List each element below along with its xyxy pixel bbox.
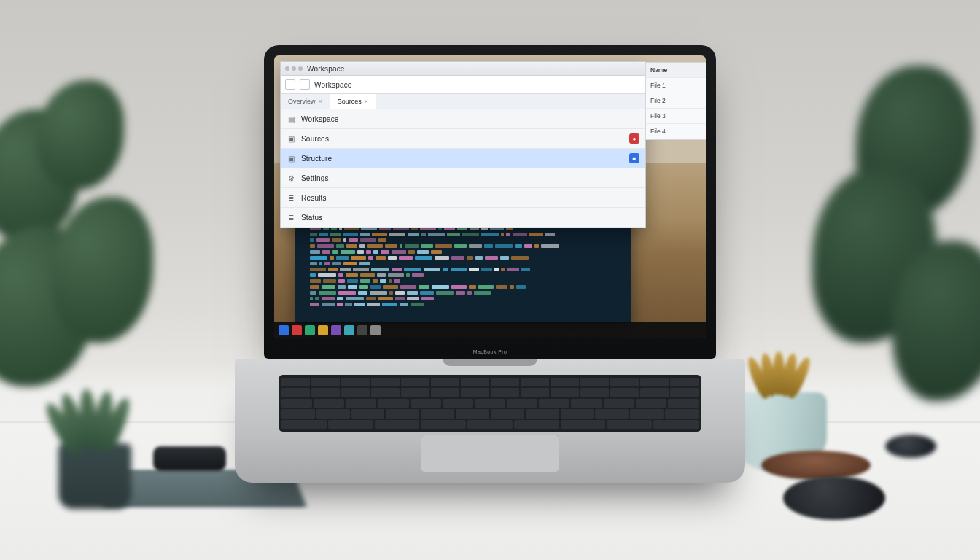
list-item[interactable]: ≣Results <box>281 188 645 208</box>
side-panel: NameSizeFile 13.1 KFile 21.8 KFile 33.1 … <box>645 62 706 140</box>
keyboard[interactable] <box>279 375 701 432</box>
list-item[interactable]: ▤Workspace <box>281 109 645 129</box>
side-panel-header: NameSize <box>646 63 706 78</box>
side-panel-row[interactable]: File 43.1 K <box>646 124 706 139</box>
accessory-puck <box>885 435 936 458</box>
col-header: Name <box>650 66 667 74</box>
laptop-lid: Workspace Workspace Overview×Sources× ▤W… <box>264 45 716 359</box>
close-icon[interactable]: × <box>365 98 368 105</box>
close-icon[interactable]: × <box>319 98 322 105</box>
list: ▤Workspace▣Sources●▣Structure■⚙Settings≣… <box>281 109 645 228</box>
side-panel-row[interactable]: File 21.8 K <box>646 93 706 109</box>
cell: File 1 <box>650 82 666 89</box>
tab-label: Overview <box>288 98 316 105</box>
taskbar-item[interactable] <box>344 325 354 335</box>
gear-icon: ⚙ <box>287 174 295 182</box>
taskbar-item[interactable] <box>305 325 315 335</box>
list-item-label: Status <box>301 214 323 222</box>
breadcrumb: Workspace <box>314 81 352 89</box>
side-panel-row[interactable]: File 13.1 K <box>646 78 706 93</box>
forward-button[interactable] <box>300 79 310 90</box>
cell: File 2 <box>650 97 666 104</box>
taskbar-item[interactable] <box>292 325 302 335</box>
tab-bar: Overview×Sources× <box>281 94 645 109</box>
phone <box>153 446 226 471</box>
taskbar-item[interactable] <box>331 325 341 335</box>
status-badge: ■ <box>629 153 639 163</box>
list-item-label: Results <box>301 194 327 202</box>
taskbar-item[interactable] <box>357 325 368 335</box>
list-item-label: Sources <box>301 135 329 143</box>
folder-icon: ▣ <box>287 134 295 143</box>
status-badge: ● <box>629 133 639 144</box>
list-item[interactable]: ▣Sources● <box>281 129 645 149</box>
list-item[interactable]: ▣Structure■ <box>281 149 645 168</box>
scene-photo: Workspace Workspace Overview×Sources× ▤W… <box>0 0 980 560</box>
trackpad[interactable] <box>421 435 559 472</box>
plant-right <box>812 51 980 459</box>
document-icon: ▤ <box>287 114 295 123</box>
laptop-model-label: MacBook Pro <box>473 349 508 354</box>
window-title: Workspace <box>307 65 345 73</box>
window-controls[interactable] <box>285 66 303 71</box>
toolbar: Workspace <box>281 76 645 94</box>
list-item-label: Workspace <box>301 115 339 123</box>
cell: File 3 <box>650 112 666 120</box>
taskbar-item[interactable] <box>318 325 328 335</box>
laptop-screen: Workspace Workspace Overview×Sources× ▤W… <box>274 55 706 338</box>
side-panel-row[interactable]: File 33.1 K <box>646 109 706 124</box>
window-titlebar[interactable]: Workspace <box>281 62 645 76</box>
folder-icon: ▣ <box>287 154 295 163</box>
list-item-label: Settings <box>301 174 329 182</box>
list-icon: ≣ <box>287 213 295 222</box>
list-item[interactable]: ≣Status <box>281 208 645 228</box>
laptop: Workspace Workspace Overview×Sources× ▤W… <box>264 45 716 483</box>
taskbar-item[interactable] <box>370 325 381 335</box>
tab-overview[interactable]: Overview× <box>281 94 330 109</box>
taskbar-item[interactable] <box>279 325 289 335</box>
cell: File 4 <box>650 128 666 135</box>
wireless-mouse <box>783 476 885 520</box>
back-button[interactable] <box>285 79 295 90</box>
app-window[interactable]: Workspace Workspace Overview×Sources× ▤W… <box>280 61 646 228</box>
list-item-label: Structure <box>301 155 332 163</box>
tab-label: Sources <box>338 98 362 105</box>
list-icon: ≣ <box>287 193 295 202</box>
tab-sources[interactable]: Sources× <box>330 94 376 109</box>
taskbar[interactable] <box>274 322 706 338</box>
succulent-pot <box>36 363 153 509</box>
laptop-deck <box>235 359 745 483</box>
wooden-dish <box>761 451 871 480</box>
list-item[interactable]: ⚙Settings <box>281 168 645 188</box>
